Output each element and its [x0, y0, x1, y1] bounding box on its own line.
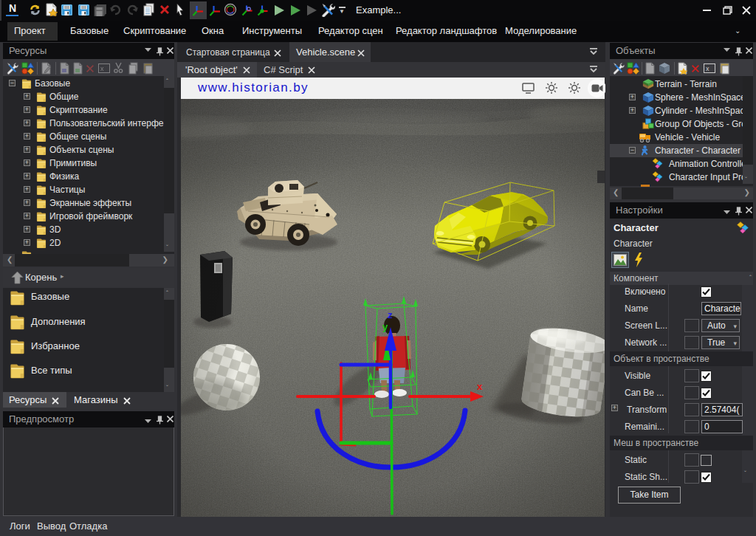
svg-text:x: x [706, 65, 709, 72]
svg-text:x: x [100, 65, 104, 72]
